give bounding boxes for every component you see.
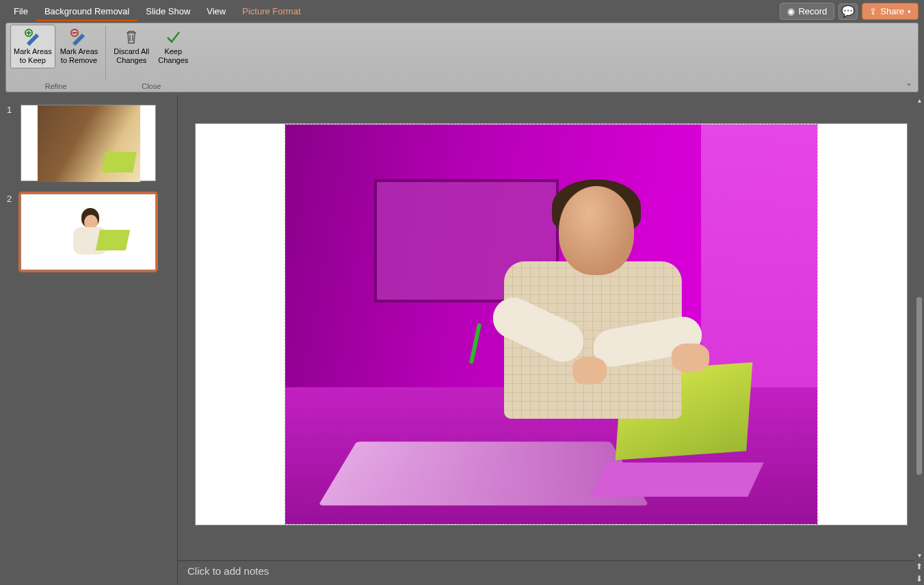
mark-remove-l1: Mark Areas — [60, 47, 98, 56]
thumb2-laptop — [96, 230, 130, 250]
keep-l1: Keep — [164, 47, 182, 56]
comment-icon: 💬 — [841, 5, 855, 18]
chevron-down-icon: ⌄ — [906, 78, 912, 88]
mark-keep-l1: Mark Areas — [14, 47, 52, 56]
mark-remove-l2: to Remove — [61, 56, 97, 65]
thumb1-scene — [38, 105, 140, 182]
main-area: 1 2 — [0, 95, 924, 585]
mark-areas-to-remove-button[interactable]: Mark Areas to Remove — [57, 25, 102, 68]
slide-thumbnails-panel: 1 2 — [0, 95, 178, 585]
slide-thumbnail-1[interactable] — [21, 105, 156, 181]
comments-button[interactable]: 💬 — [839, 3, 858, 20]
scroll-up-icon[interactable]: ▴ — [916, 95, 923, 105]
slide-canvas[interactable] — [196, 124, 907, 525]
tab-view[interactable]: View — [198, 2, 234, 21]
record-button[interactable]: ◉ Record — [780, 3, 834, 20]
slide-thumbnail-2[interactable] — [21, 194, 156, 270]
pencil-plus-icon — [24, 28, 42, 46]
discard-all-changes-button[interactable]: Discard All Changes — [110, 25, 153, 68]
keep-changes-button[interactable]: Keep Changes — [154, 25, 192, 68]
picture-selection-frame[interactable] — [285, 124, 818, 525]
foreground-person — [463, 186, 709, 480]
ribbon: Mark Areas to Keep Mark Areas to Remove … — [5, 23, 919, 92]
trash-icon — [124, 28, 139, 46]
slide-editor: ▴ ▾ ⬆ ⬇ Click to add notes — [178, 95, 924, 585]
share-icon: ⇪ — [869, 6, 877, 16]
share-button[interactable]: ⇪ Share ▾ — [862, 3, 919, 20]
mark-areas-to-keep-button[interactable]: Mark Areas to Keep — [10, 25, 55, 68]
tabs-bar: File Background Removal Slide Show View … — [0, 0, 924, 23]
ribbon-group-close: Discard All Changes Keep Changes Close — [106, 23, 196, 92]
thumb2-scene — [21, 194, 155, 270]
tab-background-removal[interactable]: Background Removal — [36, 2, 137, 21]
thumb-number: 1 — [7, 105, 15, 115]
ribbon-collapse-button[interactable]: ⌄ — [906, 78, 912, 88]
mark-keep-l2: to Keep — [20, 56, 46, 65]
vertical-scrollbar[interactable]: ▴ ▾ ⬆ ⬇ — [914, 95, 924, 585]
discard-l1: Discard All — [114, 47, 149, 56]
discard-l2: Changes — [116, 56, 146, 65]
thumb-number: 2 — [7, 194, 15, 204]
check-icon — [166, 28, 181, 46]
group-label-close: Close — [142, 82, 161, 92]
scroll-thumb[interactable] — [916, 297, 922, 475]
ribbon-group-refine: Mark Areas to Keep Mark Areas to Remove … — [6, 23, 105, 92]
group-label-refine: Refine — [45, 82, 67, 92]
record-icon: ◉ — [787, 6, 795, 16]
chevron-down-icon: ▾ — [908, 8, 911, 15]
record-label: Record — [798, 6, 827, 16]
tab-picture-format[interactable]: Picture Format — [234, 2, 308, 21]
background-removal-image — [285, 125, 817, 524]
keep-l2: Changes — [158, 56, 188, 65]
next-slide-icon[interactable]: ⬇ — [914, 573, 924, 585]
canvas-area[interactable] — [178, 95, 924, 560]
notes-placeholder: Click to add notes — [187, 565, 269, 577]
prev-slide-icon[interactable]: ⬆ — [914, 560, 924, 573]
tab-file[interactable]: File — [5, 2, 36, 21]
scroll-track[interactable] — [916, 105, 922, 550]
notes-pane[interactable]: Click to add notes — [178, 560, 924, 585]
pencil-minus-icon — [70, 28, 88, 46]
share-label: Share — [880, 6, 904, 16]
scroll-down-icon[interactable]: ▾ — [916, 550, 923, 560]
tab-slide-show[interactable]: Slide Show — [137, 2, 198, 21]
